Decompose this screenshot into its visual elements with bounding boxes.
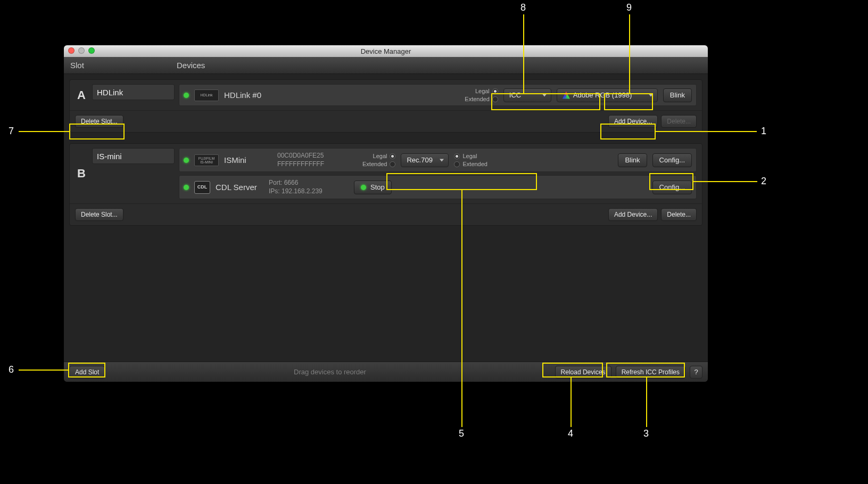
window-body: A HDLink HDLink HDLink #0 Legal (64, 74, 708, 242)
blink-button[interactable]: Blink (663, 88, 692, 102)
delete-slot-button[interactable]: Delete Slot... (75, 208, 123, 221)
input-range-legal-radio[interactable] (492, 88, 498, 94)
icc-profile-select[interactable]: Adobe RGB (1998) (557, 88, 658, 102)
slot-b: B IS-mini FUJIFILM IS-MINI ISMini 00C0D0… (69, 143, 702, 226)
slot-letter: A (75, 84, 88, 106)
columns-header: Slot Devices (64, 57, 708, 74)
device-info: 00C0D0A0FE25 FFFFFFFFFFFF (277, 152, 357, 168)
slot-name-input[interactable]: IS-mini (92, 148, 175, 164)
reload-devices-button[interactable]: Reload Devices (555, 366, 611, 379)
input-range-legal-radio[interactable] (390, 153, 395, 159)
device-manager-window: Device Manager Slot Devices A HDLink HDL… (64, 45, 708, 382)
config-button[interactable]: Config... (652, 153, 692, 167)
header-devices: Devices (177, 61, 701, 70)
zoom-window-button[interactable] (88, 47, 95, 54)
radio-label-extended: Extended (465, 96, 489, 102)
footer-hint: Drag devices to reorder (109, 368, 550, 376)
radio-label-legal: Legal (373, 153, 387, 159)
input-range-radio-group: Legal Extended (362, 153, 395, 167)
input-range-extended-radio[interactable] (390, 161, 395, 167)
status-led-icon (184, 93, 189, 98)
hdlink-device-icon: HDLink (194, 89, 219, 101)
annotation-2: 2 (761, 176, 766, 187)
annotation-1: 1 (761, 126, 766, 137)
input-range-extended-radio[interactable] (492, 96, 498, 102)
radio-label-legal: Legal (475, 88, 490, 94)
window-footer: Add Slot Drag devices to reorder Reload … (64, 362, 708, 382)
minimize-window-button[interactable] (78, 47, 85, 54)
slot-a: A HDLink HDLink HDLink #0 Legal (69, 79, 702, 133)
status-led-icon (184, 185, 189, 190)
slot-letter: B (75, 148, 88, 199)
blink-button[interactable]: Blink (618, 153, 647, 167)
add-device-button[interactable]: Add Device... (608, 115, 658, 128)
radio-label-legal: Legal (462, 153, 477, 159)
annotation-8: 8 (520, 2, 526, 13)
status-led-icon (184, 158, 189, 163)
device-row-ismini[interactable]: FUJIFILM IS-MINI ISMini 00C0D0A0FE25 FFF… (179, 148, 697, 172)
slot-name-input[interactable]: HDLink (92, 84, 175, 100)
cdl-device-icon: CDL (194, 181, 210, 194)
output-range-extended-radio[interactable] (454, 161, 460, 167)
device-row-hdlink[interactable]: HDLink HDLink #0 Legal Extended (179, 84, 697, 106)
color-mode-select[interactable]: ICC (503, 88, 551, 102)
close-window-button[interactable] (68, 47, 75, 54)
device-info: Port: 6666 IPs: 192.168.2.239 (269, 179, 349, 195)
annotation-9: 9 (626, 2, 632, 13)
device-name: HDLink #0 (224, 91, 272, 100)
window-title: Device Manager (361, 47, 411, 55)
add-device-button[interactable]: Add Device... (608, 208, 658, 221)
radio-label-extended: Extended (462, 161, 487, 167)
status-led-icon (361, 185, 366, 190)
titlebar: Device Manager (64, 45, 708, 57)
annotation-7: 7 (9, 126, 14, 137)
color-mode-select[interactable]: Rec.709 (401, 153, 449, 167)
help-button[interactable]: ? (690, 366, 702, 379)
device-name: ISMini (224, 155, 272, 165)
delete-slot-button[interactable]: Delete Slot... (75, 115, 123, 128)
color-profile-icon (563, 92, 570, 99)
config-button[interactable]: Config... (652, 181, 692, 194)
refresh-icc-button[interactable]: Refresh ICC Profiles (616, 366, 685, 379)
delete-device-button[interactable]: Delete... (661, 208, 697, 221)
delete-device-button: Delete... (661, 115, 697, 128)
output-range-legal-radio[interactable] (454, 153, 460, 159)
header-slot: Slot (70, 61, 177, 70)
output-range-radio-group: Legal Extended (454, 153, 487, 167)
annotation-6: 6 (9, 364, 14, 375)
annotation-3: 3 (643, 428, 649, 439)
window-controls (68, 47, 95, 54)
device-name: CDL Server (216, 183, 263, 192)
annotation-5: 5 (459, 428, 464, 439)
radio-label-extended: Extended (362, 161, 387, 167)
stop-button[interactable]: Stop (354, 181, 392, 194)
ismini-device-icon: FUJIFILM IS-MINI (194, 154, 219, 166)
add-slot-button[interactable]: Add Slot (69, 366, 105, 379)
device-row-cdl-server[interactable]: CDL CDL Server Port: 6666 IPs: 192.168.2… (179, 175, 697, 199)
input-range-radio-group: Legal Extended (465, 88, 498, 102)
annotation-4: 4 (568, 428, 573, 439)
